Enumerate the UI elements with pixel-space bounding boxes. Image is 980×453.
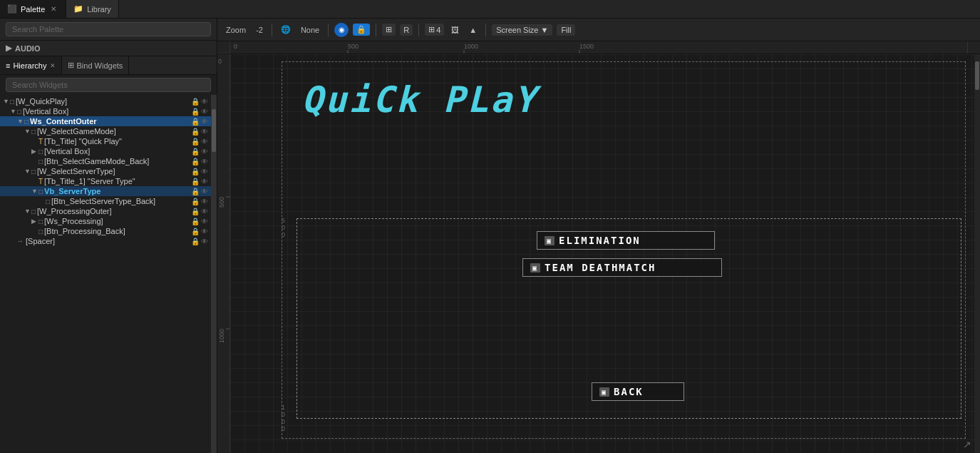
actions-btn-sgm-back: 🔒 👁 [191,158,211,166]
tree-item-wprocessingouter[interactable]: ▼ □ [W_ProcessingOuter] 🔒 👁 [0,206,211,216]
tab-hierarchy[interactable]: ≡ Hierarchy ✕ [0,56,62,74]
separator4 [418,24,419,36]
actions-btn-sst-back: 🔒 👁 [191,198,211,205]
grid-btn[interactable]: ⊞ 4 [425,24,444,36]
eye-vbservertype[interactable]: 👁 [201,188,208,195]
lock-tbtitle[interactable]: 🔒 [191,138,200,146]
lock-vbservertype[interactable]: 🔒 [191,188,200,195]
icon-processingouter: □ [31,208,36,215]
tree-item-tb-title[interactable]: T [Tb_Title] "Quick Play" 🔒 👁 [0,136,211,146]
quickplay-title: QuiCk PLaY [301,79,537,121]
tab-library[interactable]: 📁 Library [66,0,119,18]
tree-item-btn-selectservertype-back[interactable]: □ [Btn_SelectServerType_Back] 🔒 👁 [0,196,211,206]
label-btn-sst-back: [Btn_SelectServerType_Back] [51,197,155,205]
eye-contentouter[interactable]: 👁 [201,118,208,126]
icon-vbservertype: □ [38,188,43,195]
separator2 [328,24,329,36]
lock-spacer[interactable]: 🔒 [191,238,200,245]
lock-btn-sst-back[interactable]: 🔒 [191,198,200,205]
eye-btn-sgm-back[interactable]: 👁 [201,158,208,166]
tree-scrollbar[interactable] [211,95,217,453]
tree-item-vbox1[interactable]: ▼ □ [Vertical Box] 🔒 👁 [0,106,211,116]
lock-btn-proc-back[interactable]: 🔒 [191,228,200,235]
ruler-corner-right [967,41,980,54]
eye-vbox1[interactable]: 👁 [201,108,208,116]
tab-bind-widgets[interactable]: ⊞ Bind Widgets [62,56,130,74]
lock-wquickplay[interactable]: 🔒 [191,98,200,106]
elimination-button[interactable]: ▣ ELIMINATION [537,231,715,250]
icon-vbox2: □ [38,148,43,156]
back-icon: ▣ [599,387,609,397]
lock-tbtitle1[interactable]: 🔒 [191,178,200,185]
back-button[interactable]: ▣ BACK [592,382,684,401]
actions-selectgamemode: 🔒 👁 [191,128,211,136]
arrow-selectservertype: ▼ [24,168,31,175]
btn-r[interactable]: R [400,24,413,36]
eye-wsprocessing[interactable]: 👁 [201,218,208,225]
tree-item-wquickplay[interactable]: ▼ □ [W_QuickPlay] 🔒 👁 [0,96,211,106]
hierarchy-close[interactable]: ✕ [50,62,56,69]
eye-processingouter[interactable]: 👁 [201,208,208,215]
dropdown-arrow: ▼ [540,26,548,34]
label-selectservertype: [W_SelectServerType] [37,167,115,175]
tree-item-vbox2[interactable]: ▶ □ [Vertical Box] 🔒 👁 [0,146,211,156]
lock-processingouter[interactable]: 🔒 [191,208,200,215]
resize-handle[interactable]: ↗ [963,439,971,450]
lock-wsprocessing[interactable]: 🔒 [191,218,200,225]
lock-contentouter[interactable]: 🔒 [191,118,200,126]
label-btn-proc-back: [Btn_Processing_Back] [44,227,125,235]
separator5 [485,24,486,36]
eye-tbtitle1[interactable]: 👁 [201,178,208,185]
canvas-scroll-thumb-right [975,61,979,90]
lock-vbox1[interactable]: 🔒 [191,108,200,116]
tree-item-ws-contentouter[interactable]: ▼ □ Ws_ContentOuter 🔒 👁 [0,116,211,126]
tree-item-spacer[interactable]: ↔ [Spacer] 🔒 👁 [0,236,211,246]
search-widgets-input[interactable] [6,78,211,92]
lock-btn-sgm-back[interactable]: 🔒 [191,158,200,166]
ruler-horizontal: 0 500 1000 1500 [230,41,967,54]
back-label: BACK [614,386,644,397]
tree-item-tb-title1[interactable]: T [Tb_Title_1] "Server Type" 🔒 👁 [0,176,211,186]
canvas-scrollbar-right[interactable] [974,54,980,453]
arrow-vbservertype: ▼ [31,188,38,195]
quickplay-title-text: QuiCk PLaY [301,79,537,121]
search-palette-input[interactable] [6,22,211,36]
lock-vbox2[interactable]: 🔒 [191,148,200,156]
ruler-vertical: 0 500 1000 [217,54,230,453]
tab-palette[interactable]: ⬛ Palette ✕ [0,0,66,18]
grid-icon[interactable]: ⊞ [382,24,396,36]
tree-item-vb-servertype[interactable]: ▼ □ Vb_ServerType 🔒 👁 [0,186,211,196]
fill-btn[interactable]: Fill [557,24,575,36]
screen-size-dropdown[interactable]: Screen Size ▼ [492,24,552,36]
eye-tbtitle[interactable]: 👁 [201,138,208,146]
zoom-label: Zoom [223,24,249,36]
scroll-thumb [212,109,216,152]
canvas-area: Zoom -2 🌐 None ◉ 🔒 ⊞ R ⊞ 4 🖼 ▲ Screen Si… [217,19,980,453]
actions-wsprocessing: 🔒 👁 [191,218,211,225]
zoom-value[interactable]: -2 [253,24,266,36]
tree-item-btn-selectgamemode-back[interactable]: □ [Btn_SelectGameMode_Back] 🔒 👁 [0,156,211,166]
eye-wquickplay[interactable]: 👁 [201,98,208,106]
tab-palette-close[interactable]: ✕ [48,4,58,14]
none-label[interactable]: None [298,24,322,36]
tree-item-wselectgamemode[interactable]: ▼ □ [W_SelectGameMode] 🔒 👁 [0,126,211,136]
eye-selectgamemode[interactable]: 👁 [201,128,208,136]
tree-item-wselectservertype[interactable]: ▼ □ [W_SelectServerType] 🔒 👁 [0,166,211,176]
eye-btn-proc-back[interactable]: 👁 [201,228,208,235]
eye-btn-sst-back[interactable]: 👁 [201,198,208,205]
label-wsprocessing: [Ws_Processing] [44,217,103,225]
label-wquickplay: [W_QuickPlay] [16,97,67,106]
eye-selectservertype[interactable]: 👁 [201,168,208,175]
lock-selectgamemode[interactable]: 🔒 [191,128,200,136]
tree-item-wsprocessing[interactable]: ▶ □ [Ws_Processing] 🔒 👁 [0,216,211,226]
lock-btn[interactable]: 🔒 [353,24,370,36]
lock-selectservertype[interactable]: 🔒 [191,168,200,175]
canvas-viewport[interactable]: QuiCk PLaY ▣ ELIMINATION ▣ TEAM DEATH [230,54,974,453]
eye-spacer[interactable]: 👁 [201,238,208,245]
blue-btn-left[interactable]: ◉ [334,23,349,37]
eye-vbox2[interactable]: 👁 [201,148,208,156]
arrow-vbox2: ▶ [31,148,38,155]
tree-item-btn-processing-back[interactable]: □ [Btn_Processing_Back] 🔒 👁 [0,226,211,236]
deathmatch-button[interactable]: ▣ TEAM DEATHMATCH [522,258,722,277]
icon-tbtitle1: T [38,178,43,185]
